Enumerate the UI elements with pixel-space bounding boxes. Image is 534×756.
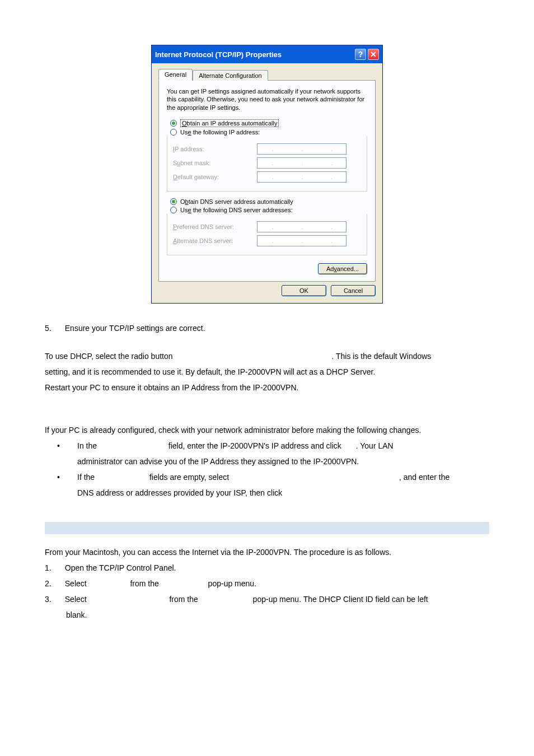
radio-use-following-dns[interactable]: Use the following DNS server addresses: bbox=[170, 207, 367, 213]
ip-fieldset: IP address: ... Subnet mask: ... Default… bbox=[167, 136, 367, 192]
mac-step-2: 2. Select from the pop-up menu. bbox=[45, 576, 489, 591]
ip-address-label: IP address: bbox=[173, 146, 257, 152]
radio-use-following-ip[interactable]: Use the following IP address: bbox=[170, 129, 367, 136]
alternate-dns-label: Alternate DNS server: bbox=[173, 237, 257, 244]
radio-label: Use the following IP address: bbox=[180, 129, 260, 136]
radio-obtain-dns-auto[interactable]: Obtain DNS server address automatically bbox=[170, 198, 367, 205]
tcpip-properties-dialog: Internet Protocol (TCP/IP) Properties ? … bbox=[151, 45, 383, 304]
tab-general[interactable]: General bbox=[158, 69, 193, 81]
section-divider bbox=[45, 522, 489, 534]
fixed-ip-intro: If your PC is already configured, check … bbox=[45, 422, 489, 438]
advanced-button[interactable]: Advanced... bbox=[318, 263, 367, 274]
cancel-button[interactable]: Cancel bbox=[331, 285, 376, 296]
radio-icon bbox=[170, 120, 177, 127]
tab-panel-general: You can get IP settings assigned automat… bbox=[158, 80, 376, 282]
ok-button[interactable]: OK bbox=[282, 285, 326, 296]
close-icon[interactable]: ✕ bbox=[368, 49, 379, 60]
bullet-dns: •If the fields are empty, select , and e… bbox=[77, 469, 489, 501]
dhcp-paragraph: To use DHCP, select the radio button . T… bbox=[45, 348, 489, 395]
radio-label: Obtain an IP address automatically bbox=[180, 119, 279, 127]
radio-label: Use the following DNS server addresses: bbox=[180, 207, 293, 213]
ip-address-input: ... bbox=[257, 143, 346, 155]
default-gateway-label: Default gateway: bbox=[173, 174, 257, 180]
subnet-mask-input: ... bbox=[257, 157, 346, 169]
subnet-mask-label: Subnet mask: bbox=[173, 160, 257, 166]
radio-icon bbox=[170, 207, 177, 213]
dns-fieldset: Preferred DNS server: ... Alternate DNS … bbox=[167, 214, 367, 255]
preferred-dns-label: Preferred DNS server: bbox=[173, 223, 257, 230]
radio-label: Obtain DNS server address automatically bbox=[180, 198, 293, 205]
mac-intro: From your Macintosh, you can access the … bbox=[45, 544, 489, 560]
bullet-gateway: •In the field, enter the IP-2000VPN's IP… bbox=[77, 438, 489, 469]
mac-step-3: 3. Select from the pop-up menu. The DHCP… bbox=[45, 591, 489, 623]
tab-strip: General Alternate Configuration bbox=[158, 69, 376, 81]
mac-step-1: 1. Open the TCP/IP Control Panel. bbox=[45, 560, 489, 576]
radio-obtain-ip-auto[interactable]: Obtain an IP address automatically bbox=[170, 119, 367, 127]
document-body: 5. Ensure your TCP/IP settings are corre… bbox=[45, 320, 489, 623]
default-gateway-input: ... bbox=[257, 171, 346, 183]
step-5: 5. Ensure your TCP/IP settings are corre… bbox=[45, 320, 489, 336]
radio-icon bbox=[170, 198, 177, 205]
preferred-dns-input: ... bbox=[257, 221, 346, 232]
dialog-titlebar: Internet Protocol (TCP/IP) Properties ? … bbox=[152, 45, 382, 63]
tab-alternate-configuration[interactable]: Alternate Configuration bbox=[193, 70, 268, 81]
dialog-description: You can get IP settings assigned automat… bbox=[167, 87, 367, 111]
radio-icon bbox=[170, 129, 177, 136]
help-icon[interactable]: ? bbox=[355, 49, 366, 60]
dialog-title: Internet Protocol (TCP/IP) Properties bbox=[155, 50, 282, 59]
alternate-dns-input: ... bbox=[257, 235, 346, 246]
